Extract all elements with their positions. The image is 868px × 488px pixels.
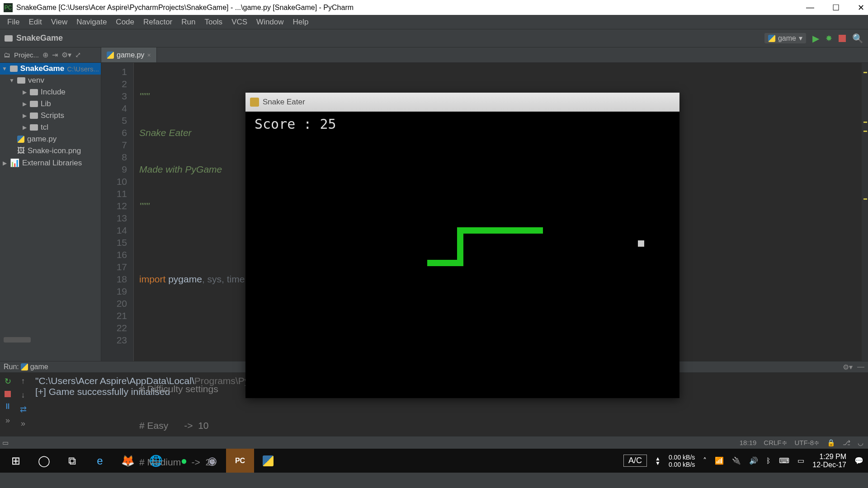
project-icon[interactable]: ▭	[797, 456, 804, 465]
stop-button[interactable]	[5, 391, 11, 397]
pycharm-icon: PC	[4, 3, 13, 12]
menu-vcs[interactable]: VCS	[227, 16, 252, 28]
menu-tools[interactable]: Tools	[200, 16, 227, 28]
run-config-selector[interactable]: game ▾	[764, 33, 806, 43]
menu-help[interactable]: Help	[288, 16, 313, 28]
window-controls: — ☐ ✕	[806, 3, 864, 13]
tree-tcl[interactable]: ▶ tcl	[0, 122, 101, 133]
breadcrumb[interactable]: SnakeGame	[5, 33, 63, 43]
minimize-button[interactable]: —	[806, 3, 814, 13]
food	[638, 240, 644, 247]
tree-label: Snake-icon.png	[28, 146, 81, 155]
tree-scripts[interactable]: ▶ Scripts	[0, 110, 101, 122]
maximize-button[interactable]: ☐	[832, 3, 840, 13]
expand-icon[interactable]: ▶	[2, 160, 7, 166]
tray-expand-icon[interactable]: ˄	[703, 456, 707, 465]
editor-markers[interactable]	[862, 63, 868, 361]
chevron-down-icon: ▾	[799, 34, 802, 42]
status-bar: ▭ 18:19 CRLF≑ UTF-8≑ 🔒 ⎇ ◡	[0, 436, 868, 449]
keyboard-icon[interactable]: ⌨	[779, 456, 789, 465]
close-button[interactable]: ✕	[858, 3, 864, 13]
hide-icon[interactable]: ⤢	[75, 51, 81, 59]
inspect-icon[interactable]: ◡	[858, 439, 863, 447]
folder-icon	[30, 89, 38, 95]
project-tool-icon: 🗂	[4, 51, 10, 59]
tree-root[interactable]: ▼ SnakeGame C:\Users...	[0, 63, 101, 75]
status-line-sep[interactable]: CRLF≑	[764, 439, 787, 447]
lock-icon[interactable]: 🔒	[827, 439, 835, 447]
close-tab-icon[interactable]: ×	[147, 52, 151, 59]
pygame-titlebar[interactable]: Snake Eater	[245, 93, 679, 112]
updown-icon[interactable]: ▲▼	[655, 456, 660, 465]
ac-indicator[interactable]: A/C	[623, 455, 647, 467]
git-icon[interactable]: ⎇	[843, 439, 850, 447]
project-tool-header[interactable]: 🗂 Projec... ⊕ ⇥ ⚙▾ ⤢	[0, 47, 101, 62]
notifications-icon[interactable]: 💬	[854, 456, 863, 465]
image-icon: 🖼	[17, 146, 25, 155]
expand-icon[interactable]: ▼	[9, 77, 14, 84]
bluetooth-icon[interactable]: ᛒ	[766, 457, 771, 465]
status-time: 18:19	[740, 439, 757, 446]
tree-include[interactable]: ▶ Include	[0, 86, 101, 98]
volume-icon[interactable]: 🔊	[749, 456, 758, 465]
stop-button[interactable]	[839, 35, 846, 42]
folder-icon	[10, 66, 18, 72]
tree-scrollbar[interactable]	[4, 337, 31, 343]
folder-icon	[17, 77, 25, 84]
run-config-name: game	[30, 363, 48, 371]
status-icon[interactable]: ▭	[0, 439, 11, 447]
pygame-window[interactable]: Snake Eater Score : 25	[245, 93, 679, 398]
python-icon	[17, 136, 24, 143]
firefox-icon[interactable]: 🦊	[114, 449, 142, 473]
menu-navigate[interactable]: Navigate	[72, 16, 111, 28]
tree-venv[interactable]: ▼ venv	[0, 75, 101, 86]
menu-file[interactable]: File	[3, 16, 24, 28]
menu-view[interactable]: View	[47, 16, 72, 28]
window-title: SnakeGame [C:\Users\Acer Aspire\PycharmP…	[16, 4, 354, 12]
tab-gamepy[interactable]: game.py ×	[101, 47, 157, 62]
run-button[interactable]: ▶	[812, 33, 819, 44]
expand-icon[interactable]: ▶	[22, 113, 27, 119]
wifi-icon[interactable]: 📶	[715, 456, 724, 465]
tree-external-libraries[interactable]: ▶ 📊 External Libraries	[0, 157, 101, 169]
editor-tabs: game.py ×	[101, 47, 157, 62]
search-everywhere-button[interactable]: 🔍	[852, 33, 863, 44]
expand-icon[interactable]: ▶	[22, 124, 27, 131]
start-button[interactable]: ⊞	[2, 449, 30, 473]
pygame-canvas[interactable]: Score : 25	[245, 112, 679, 398]
status-encoding[interactable]: UTF-8≑	[795, 439, 820, 447]
expand-icon[interactable]: ▶	[22, 101, 27, 107]
collapse-icon[interactable]: ⇥	[52, 51, 58, 59]
menu-edit[interactable]: Edit	[24, 16, 46, 28]
tree-lib[interactable]: ▶ Lib	[0, 98, 101, 110]
pause-button[interactable]: ⏸	[4, 402, 12, 411]
task-view-button[interactable]: ⧉	[58, 449, 86, 473]
menu-window[interactable]: Window	[252, 16, 288, 28]
gutter: 1234567891011121314151617181920212223	[101, 63, 134, 361]
gear-icon[interactable]: ⚙▾	[61, 51, 71, 59]
menu-refactor[interactable]: Refactor	[139, 16, 177, 28]
cortana-button[interactable]: ◯	[30, 449, 58, 473]
more-button[interactable]: »	[21, 419, 25, 428]
up-button[interactable]: ↑	[21, 376, 25, 386]
more-button[interactable]: »	[5, 416, 10, 425]
soft-wrap-button[interactable]: ⇄	[20, 404, 27, 414]
autoscroll-icon[interactable]: ⊕	[42, 51, 48, 59]
down-button[interactable]: ↓	[21, 390, 25, 400]
tree-gamepy[interactable]: game.py	[0, 133, 101, 145]
tree-label: Lib	[41, 99, 51, 108]
python-icon	[107, 52, 114, 59]
hide-icon[interactable]: —	[857, 363, 864, 371]
expand-icon[interactable]: ▼	[2, 66, 7, 72]
menu-run[interactable]: Run	[177, 16, 200, 28]
tree-snakeicon[interactable]: 🖼 Snake-icon.png	[0, 145, 101, 157]
taskbar-clock[interactable]: 1:29 PM 12-Dec-17	[812, 453, 846, 469]
expand-icon[interactable]: ▶	[22, 89, 27, 95]
rerun-button[interactable]: ↻	[5, 376, 11, 386]
project-tree[interactable]: ▼ SnakeGame C:\Users... ▼ venv ▶ Include…	[0, 63, 101, 361]
battery-icon[interactable]: 🔌	[732, 456, 741, 465]
menu-code[interactable]: Code	[111, 16, 139, 28]
edge-icon[interactable]: e	[86, 449, 114, 473]
gear-icon[interactable]: ⚙▾	[843, 363, 853, 371]
debug-button[interactable]: ✸	[826, 33, 832, 43]
